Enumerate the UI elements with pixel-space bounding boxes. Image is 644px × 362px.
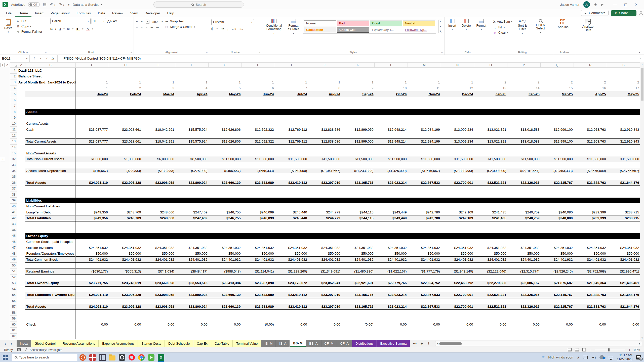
cell-value[interactable]: $22,458,792: [441, 280, 474, 286]
cell[interactable]: [25, 333, 76, 339]
cell-value[interactable]: $244,115: [341, 209, 375, 215]
cell-value[interactable]: $24,401,932: [142, 257, 175, 263]
cell-value[interactable]: 14: [507, 85, 541, 91]
cell-value[interactable]: $24,401,932: [607, 257, 640, 263]
megaphone-icon[interactable]: [601, 3, 604, 6]
cell-value[interactable]: $243,449: [375, 215, 408, 221]
cell-value[interactable]: $22,700,901: [441, 304, 474, 310]
cell[interactable]: [17, 304, 25, 310]
cell-value[interactable]: $23,660,139: [209, 292, 242, 298]
cell-style-good[interactable]: Good: [370, 20, 402, 26]
cell-value[interactable]: 1: [175, 79, 209, 85]
cell-value[interactable]: $12,948,214: [375, 127, 408, 133]
cell-value[interactable]: ($2,000,000): [474, 168, 507, 174]
row-header-48[interactable]: 48: [10, 251, 17, 257]
zoom-in-icon[interactable]: +: [629, 348, 630, 352]
cell-value[interactable]: $22,326,916: [507, 292, 541, 298]
cell-value[interactable]: $249,356: [76, 215, 109, 221]
cell[interactable]: [25, 132, 76, 139]
month-header[interactable]: Feb-25: [507, 91, 541, 97]
cell-value[interactable]: $12,999,100: [541, 127, 574, 133]
cell[interactable]: [17, 227, 25, 233]
scrollbar-thumb[interactable]: [439, 342, 462, 345]
cell-value[interactable]: $22,867,533: [408, 180, 441, 186]
cancel-icon[interactable]: ×: [40, 57, 42, 60]
row-header-8[interactable]: 8: [10, 109, 17, 115]
cell[interactable]: [17, 203, 25, 209]
cell-value[interactable]: $24,401,932: [375, 257, 408, 263]
sheet-tab-cap-ex[interactable]: Cap Ex: [193, 340, 211, 347]
cell[interactable]: [17, 127, 25, 133]
cell-value[interactable]: 6: [242, 85, 275, 91]
cell-value[interactable]: $50,000: [275, 251, 308, 257]
cell-value[interactable]: $50,000: [242, 251, 275, 257]
diamond-icon[interactable]: ◈: [594, 2, 597, 7]
cell-value[interactable]: $11,500,000: [408, 156, 441, 162]
paste-button[interactable]: Paste ▾: [3, 18, 14, 50]
cell-value[interactable]: $24,401,932: [574, 257, 607, 263]
excel-icon[interactable]: X: [158, 354, 164, 361]
cell[interactable]: [17, 333, 25, 339]
cell-value[interactable]: $23,165,716: [341, 292, 375, 298]
column-header-R[interactable]: R: [574, 63, 607, 68]
ribbon-tab-developer[interactable]: Developer: [141, 10, 164, 17]
row-header-4[interactable]: 4: [10, 85, 17, 91]
weather-text[interactable]: High winds soon: [548, 355, 573, 359]
cell-label[interactable]: Non-Current Liabilities: [25, 203, 76, 209]
row-header-10[interactable]: 10: [10, 121, 17, 127]
cell[interactable]: [17, 262, 25, 268]
row-header-60[interactable]: 60: [10, 322, 17, 328]
cell[interactable]: [17, 310, 25, 316]
cell-value[interactable]: $24,401,932: [507, 257, 541, 263]
cell-value[interactable]: $23,533,989: [242, 304, 275, 310]
ribbon-tab-view[interactable]: View: [127, 10, 141, 17]
taskbar-search-input[interactable]: Type here to search: [12, 354, 77, 361]
cell-value[interactable]: $21,888,763: [574, 180, 607, 186]
format-as-table-button[interactable]: Format as Table ▾: [286, 18, 301, 50]
name-box[interactable]: BO11 ▾: [0, 55, 30, 62]
cell-value[interactable]: $22,326,916: [507, 304, 541, 310]
cell-value[interactable]: $22,521,321: [474, 304, 507, 310]
cell-value[interactable]: $23,023,214: [375, 292, 408, 298]
row-header-35[interactable]: 35: [10, 174, 17, 180]
month-header[interactable]: Apr-24: [175, 91, 209, 97]
row-header-52[interactable]: 52: [10, 274, 17, 280]
cell-value[interactable]: $1,000,000: [76, 156, 109, 162]
cell-value[interactable]: $22,086,157: [507, 280, 541, 286]
cell-value[interactable]: $24,401,932: [308, 257, 341, 263]
clock-icon[interactable]: [79, 354, 86, 361]
row-header-41[interactable]: 41: [10, 209, 17, 215]
sheet-tab-startup-costs[interactable]: Startup Costs: [138, 340, 165, 347]
cell-value[interactable]: 4: [175, 85, 209, 91]
row-header-57[interactable]: 57: [10, 304, 17, 310]
row-header-7[interactable]: 7: [10, 103, 17, 109]
new-sheet-button[interactable]: +: [421, 341, 423, 346]
cell-value[interactable]: 11: [408, 85, 441, 91]
row-header-55[interactable]: 55: [10, 292, 17, 298]
cell-value[interactable]: $21,405,461: [607, 280, 640, 286]
cell[interactable]: [76, 73, 640, 79]
cell-value[interactable]: 1: [275, 79, 308, 85]
share-button[interactable]: ↗ Share ▾: [611, 10, 636, 16]
sheet-tab-executive-summa[interactable]: Executive Summa: [377, 340, 410, 347]
media-player-icon[interactable]: [148, 354, 154, 361]
cell-value[interactable]: 10: [375, 85, 408, 91]
cell-value[interactable]: $24,021,110: [76, 180, 109, 186]
cell-value[interactable]: 0.00: [142, 322, 175, 328]
cell-label[interactable]: Founders/Operators/Employees: [25, 251, 76, 257]
cell[interactable]: [17, 180, 25, 186]
cell-value[interactable]: $24,351,932: [76, 245, 109, 251]
cell-value[interactable]: $23,028,661: [109, 127, 142, 133]
cell-value[interactable]: $23,297,019: [308, 292, 341, 298]
cell-value[interactable]: 2: [474, 79, 507, 85]
cell-value[interactable]: $24,351,932: [242, 245, 275, 251]
cell-value[interactable]: $24,351,932: [175, 245, 209, 251]
cell-value[interactable]: $248,060: [142, 215, 175, 221]
cell-value[interactable]: $50,000: [408, 251, 441, 257]
cell-value[interactable]: $11,500,000: [275, 156, 308, 162]
cell[interactable]: [25, 103, 76, 109]
cell-value[interactable]: $24,351,932: [308, 245, 341, 251]
cell-value[interactable]: $12,963,763: [574, 127, 607, 133]
cell-value[interactable]: $12,838,686: [308, 139, 341, 145]
cell-value[interactable]: $23,995,328: [109, 292, 142, 298]
